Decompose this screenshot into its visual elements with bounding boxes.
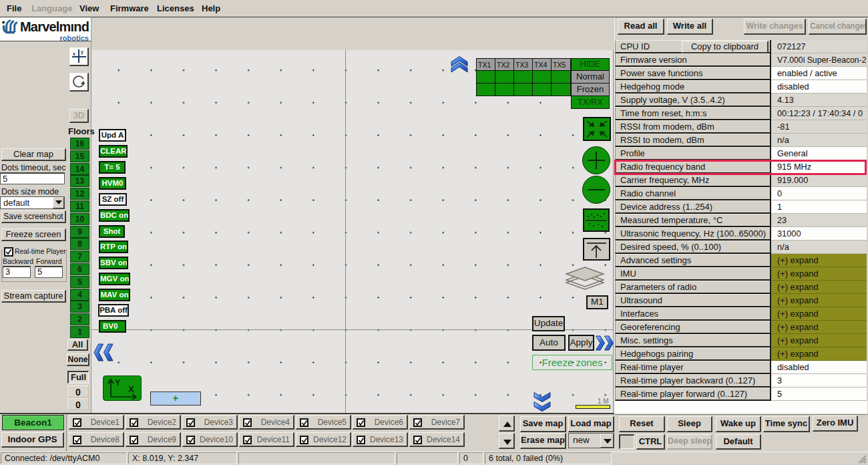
svg-text:X: X bbox=[128, 384, 134, 394]
svg-text:y: y bbox=[81, 49, 83, 55]
svg-text:x: x bbox=[73, 51, 75, 56]
svg-text:Y: Y bbox=[115, 377, 121, 388]
